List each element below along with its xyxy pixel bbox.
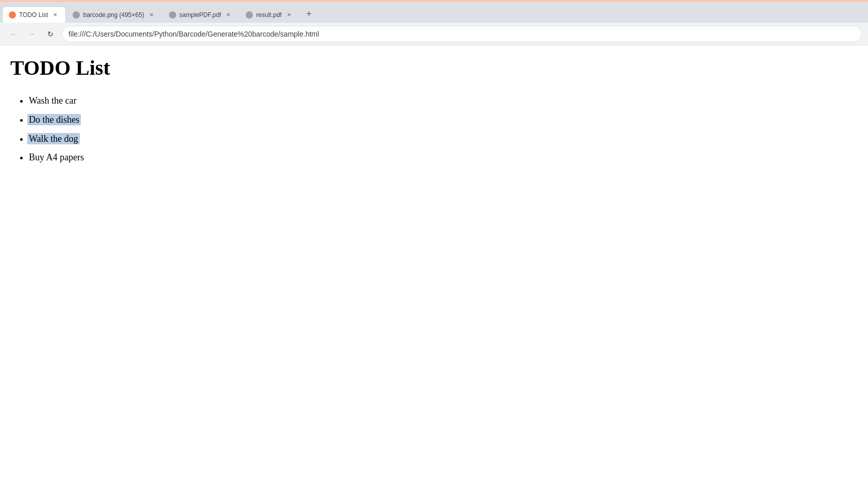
- todo-item-text: Buy A4 papers: [29, 152, 84, 162]
- todo-list-item: Walk the dog: [29, 130, 858, 147]
- browser-tab-tab-result[interactable]: result.pdf✕: [239, 6, 299, 23]
- browser-chrome: TODO List✕barcode.png (495×65)✕samplePDF…: [0, 0, 868, 45]
- todo-list-item: Buy A4 papers: [29, 149, 858, 166]
- todo-item-text-selected: Walk the dog: [27, 133, 80, 144]
- nav-bar: ← → ↻ file:///C:/Users/Documents/Python/…: [0, 23, 868, 45]
- tab-favicon: [169, 11, 176, 19]
- tab-close-button[interactable]: ✕: [285, 11, 293, 19]
- todo-item-text: Wash the car: [29, 95, 77, 106]
- new-tab-button[interactable]: +: [302, 7, 316, 21]
- todo-list: Wash the carDo the dishesWalk the dogBuy…: [10, 92, 858, 166]
- tab-label: barcode.png (495×65): [83, 11, 144, 19]
- address-text: file:///C:/Users/Documents/Python/Barcod…: [69, 30, 855, 38]
- tab-label: TODO List: [19, 11, 48, 19]
- tab-label: result.pdf: [256, 11, 281, 19]
- forward-button[interactable]: →: [25, 27, 39, 41]
- page-content: TODO List Wash the carDo the dishesWalk …: [0, 45, 868, 178]
- browser-tab-tab-samplepdf[interactable]: samplePDF.pdf✕: [162, 6, 239, 23]
- reload-button[interactable]: ↻: [43, 27, 58, 41]
- page-title: TODO List: [10, 56, 858, 80]
- tab-close-button[interactable]: ✕: [224, 11, 232, 19]
- tab-favicon: [9, 11, 16, 19]
- tab-close-button[interactable]: ✕: [147, 11, 156, 19]
- todo-list-item: Do the dishes: [29, 111, 858, 128]
- todo-item-text-selected: Do the dishes: [27, 114, 81, 125]
- browser-tab-tab-todo[interactable]: TODO List✕: [2, 6, 66, 23]
- back-button[interactable]: ←: [6, 27, 21, 41]
- tab-favicon: [246, 11, 253, 19]
- tab-bar: TODO List✕barcode.png (495×65)✕samplePDF…: [0, 2, 868, 23]
- tab-favicon: [73, 11, 80, 19]
- tab-label: samplePDF.pdf: [179, 11, 221, 19]
- address-bar[interactable]: file:///C:/Users/Documents/Python/Barcod…: [62, 26, 862, 42]
- todo-list-item: Wash the car: [29, 92, 858, 109]
- browser-tab-tab-barcode[interactable]: barcode.png (495×65)✕: [66, 6, 162, 23]
- tab-close-button[interactable]: ✕: [51, 11, 59, 19]
